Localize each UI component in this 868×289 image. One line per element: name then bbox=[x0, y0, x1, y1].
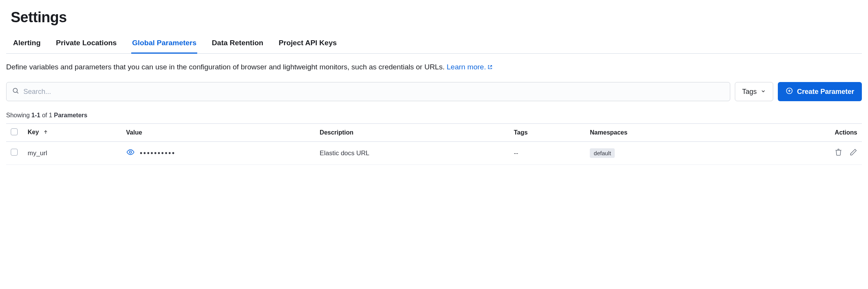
cell-value: •••••••••• bbox=[122, 142, 315, 165]
page-title: Settings bbox=[11, 9, 862, 26]
cell-key: my_url bbox=[23, 142, 122, 165]
reveal-value-icon[interactable] bbox=[126, 148, 135, 158]
count-range: 1-1 bbox=[31, 112, 40, 118]
description-text: Define variables and parameters that you… bbox=[6, 61, 862, 73]
cell-tags: -- bbox=[509, 142, 585, 165]
cell-description: Elastic docs URL bbox=[315, 142, 509, 165]
namespace-badge: default bbox=[590, 148, 615, 158]
chevron-down-icon bbox=[761, 88, 766, 96]
create-parameter-button[interactable]: Create Parameter bbox=[778, 82, 862, 101]
search-input[interactable] bbox=[23, 88, 724, 96]
sort-asc-icon bbox=[43, 130, 48, 136]
external-link-icon bbox=[487, 62, 493, 73]
col-key[interactable]: Key bbox=[23, 124, 122, 142]
count-suffix: Parameters bbox=[54, 112, 87, 118]
create-button-label: Create Parameter bbox=[797, 88, 854, 96]
delete-icon[interactable] bbox=[835, 148, 842, 158]
plus-circle-icon bbox=[785, 87, 793, 97]
tags-button-label: Tags bbox=[742, 88, 757, 96]
col-tags[interactable]: Tags bbox=[509, 124, 585, 142]
masked-value: •••••••••• bbox=[140, 149, 176, 157]
search-field-wrap[interactable] bbox=[6, 82, 730, 101]
edit-icon[interactable] bbox=[850, 148, 857, 158]
svg-point-0 bbox=[13, 89, 17, 93]
learn-more-label: Learn more. bbox=[447, 63, 486, 71]
tab-global-parameters[interactable]: Global Parameters bbox=[131, 35, 197, 54]
row-checkbox[interactable] bbox=[11, 149, 18, 156]
tab-private-locations[interactable]: Private Locations bbox=[55, 35, 117, 54]
tags-filter-button[interactable]: Tags bbox=[735, 82, 773, 101]
col-key-label: Key bbox=[28, 129, 39, 135]
col-value[interactable]: Value bbox=[122, 124, 315, 142]
count-mid: of 1 bbox=[40, 112, 54, 118]
col-description[interactable]: Description bbox=[315, 124, 509, 142]
toolbar: Tags Create Parameter bbox=[6, 82, 862, 101]
col-namespaces[interactable]: Namespaces bbox=[585, 124, 739, 142]
svg-line-1 bbox=[17, 92, 18, 94]
tab-alerting[interactable]: Alerting bbox=[12, 35, 41, 54]
parameters-table: Key Value Description Tags Namespaces Ac… bbox=[6, 123, 862, 165]
description-body: Define variables and parameters that you… bbox=[6, 63, 447, 71]
cell-namespaces: default bbox=[585, 142, 739, 165]
tab-data-retention[interactable]: Data Retention bbox=[211, 35, 264, 54]
tabs-bar: Alerting Private Locations Global Parame… bbox=[6, 35, 862, 54]
col-actions: Actions bbox=[739, 124, 862, 142]
select-all-checkbox[interactable] bbox=[11, 128, 18, 135]
tab-project-api-keys[interactable]: Project API Keys bbox=[278, 35, 337, 54]
count-prefix: Showing bbox=[6, 112, 31, 118]
svg-point-6 bbox=[129, 151, 132, 154]
table-row: my_url •••••••••• Elastic docs URL -- de… bbox=[6, 142, 862, 165]
learn-more-link[interactable]: Learn more. bbox=[447, 63, 493, 71]
col-checkbox bbox=[6, 124, 23, 142]
results-count: Showing 1-1 of 1 Parameters bbox=[6, 112, 862, 119]
cell-actions bbox=[739, 142, 862, 165]
search-icon bbox=[12, 87, 20, 96]
